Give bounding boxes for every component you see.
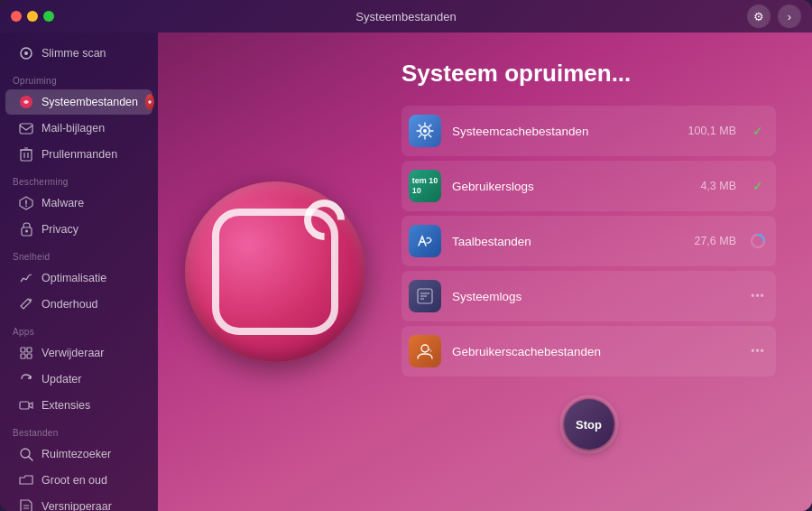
sidebar-item-systeembestanden[interactable]: Systeembestanden (5, 89, 152, 115)
panel-title: Systeem opruimen... (401, 60, 776, 88)
sidebar-item-label: Optimalisatie (42, 272, 143, 284)
sidebar-item-extensies[interactable]: Extensies (5, 393, 152, 418)
sidebar-item-slimme-scan[interactable]: Slimme scan (5, 41, 152, 66)
scan-item-status-done: ✓ (747, 124, 769, 138)
scan-item-status-done: ✓ (747, 179, 769, 193)
sidebar-item-versnipperaar[interactable]: Versnipperaar (5, 494, 152, 511)
svg-rect-16 (21, 348, 25, 352)
sidebar-section-bestanden: Bestanden (0, 419, 158, 441)
svg-rect-20 (20, 402, 29, 409)
app-window: Systeembestanden ⚙ › Slimme scan Opruimi… (0, 0, 812, 511)
sidebar-item-label: Ruimtezoeker (42, 448, 143, 460)
scan-item-system-cache: Systeemcachebestanden 100,1 MB ✓ (401, 106, 776, 156)
user-cache-icon (409, 335, 441, 367)
logo-ring (212, 209, 338, 335)
svg-point-32 (421, 345, 429, 352)
scan-item-status-dots: ••• (747, 290, 769, 302)
stop-button[interactable]: Stop (564, 399, 614, 450)
sidebar-section-opruiming: Opruiming (0, 67, 158, 88)
sidebar-item-privacy[interactable]: Privacy (5, 217, 152, 242)
updater-icon (18, 371, 34, 387)
sidebar-section-snelheid: Snelheid (0, 243, 158, 265)
close-button[interactable] (11, 11, 22, 22)
maximize-button[interactable] (43, 11, 54, 22)
sidebar-item-label: Malware (42, 197, 143, 209)
svg-line-14 (26, 275, 29, 280)
content-area: Systeem opruimen... Systeem (158, 33, 812, 511)
groot-en-oud-icon (18, 472, 34, 488)
scan-item-name: Gebruikerscachebestanden (452, 345, 671, 358)
svg-line-12 (21, 278, 23, 282)
sidebar-item-label: Extensies (42, 399, 143, 412)
svg-rect-19 (27, 354, 32, 358)
verwijderaar-icon (18, 345, 34, 361)
ruimtezoeker-icon (18, 446, 34, 462)
malware-icon (18, 195, 34, 211)
language-files-icon (409, 225, 441, 257)
scan-item-name: Systeemcachebestanden (452, 125, 671, 138)
svg-point-26 (423, 129, 427, 133)
trash-icon (18, 146, 34, 163)
sidebar-item-label: Privacy (42, 223, 143, 236)
stop-button-wrapper: Stop (558, 393, 621, 456)
sidebar-item-ruimtezoeker[interactable]: Ruimtezoeker (5, 441, 152, 467)
sidebar-item-label: Updater (42, 373, 143, 386)
sidebar-item-optimalisatie[interactable]: Optimalisatie (5, 265, 152, 291)
sidebar-item-mail-bijlagen[interactable]: Mail-bijlagen (5, 116, 152, 141)
content-inner: Systeem opruimen... Systeem (158, 33, 812, 511)
logo-area (176, 51, 374, 493)
svg-point-11 (25, 230, 28, 233)
sidebar-item-label: Onderhoud (42, 298, 143, 311)
sidebar-section-bescherming: Bescherming (0, 168, 158, 190)
scan-item-name: Systeemlogs (452, 290, 671, 303)
scan-item-user-cache: Gebruikerscachebestanden ••• (401, 326, 776, 376)
scan-item-name: Taalbestanden (452, 235, 671, 248)
optimalisatie-icon (18, 270, 34, 286)
svg-line-15 (29, 274, 32, 275)
stop-area: Stop (401, 379, 776, 465)
right-panel: Systeem opruimen... Systeem (401, 51, 776, 493)
svg-rect-18 (21, 354, 25, 358)
scan-item-status-dots: ••• (747, 345, 769, 358)
scan-item-status-spinning (747, 233, 769, 249)
systeembestanden-icon (18, 94, 34, 110)
sidebar-section-apps: Apps (0, 318, 158, 339)
svg-rect-4 (20, 124, 32, 134)
sidebar-item-prullenmanden[interactable]: Prullenmanden (5, 142, 152, 167)
systeembestanden-badge (145, 94, 154, 110)
sidebar-item-label: Slimme scan (42, 47, 143, 60)
system-cache-icon (409, 115, 441, 147)
sidebar-item-onderhoud[interactable]: Onderhoud (5, 292, 152, 317)
sidebar-item-label: Verwijderaar (42, 347, 143, 359)
main-layout: Slimme scan Opruiming Systeembestanden (0, 33, 812, 511)
window-title: Systeembestanden (355, 10, 456, 23)
scan-item-size: 27,6 MB (682, 235, 736, 247)
scan-item-size: 100,1 MB (682, 125, 736, 137)
scan-item-language-files: Taalbestanden 27,6 MB (401, 216, 776, 266)
titlebar: Systeembestanden ⚙ › (0, 0, 812, 33)
system-logs-icon (409, 280, 441, 312)
svg-line-22 (29, 457, 32, 460)
minimize-button[interactable] (27, 11, 38, 22)
sidebar-item-label: Systeembestanden (42, 96, 138, 108)
scan-item-size: 4,3 MB (682, 180, 736, 192)
settings-icon[interactable]: ⚙ (747, 5, 770, 28)
scan-items-list: Systeemcachebestanden 100,1 MB ✓ tem 101… (401, 106, 776, 379)
smart-scan-icon (18, 45, 34, 61)
svg-point-1 (24, 51, 28, 55)
sidebar-item-label: Prullenmanden (42, 148, 143, 161)
extensies-icon (18, 397, 34, 413)
logo-hook (296, 191, 354, 249)
titlebar-right: ⚙ › (747, 5, 801, 28)
sidebar-item-label: Versnipperaar (42, 500, 143, 511)
sidebar-item-updater[interactable]: Updater (5, 367, 152, 392)
svg-rect-17 (27, 348, 32, 352)
svg-rect-5 (21, 150, 32, 161)
onderhoud-icon (18, 296, 34, 312)
sidebar-item-label: Mail-bijlagen (42, 122, 143, 135)
sidebar-item-malware[interactable]: Malware (5, 190, 152, 216)
sidebar-item-groot-en-oud[interactable]: Groot en oud (5, 468, 152, 493)
versnipperaar-icon (18, 498, 34, 511)
more-icon[interactable]: › (778, 5, 801, 28)
sidebar-item-verwijderaar[interactable]: Verwijderaar (5, 340, 152, 366)
